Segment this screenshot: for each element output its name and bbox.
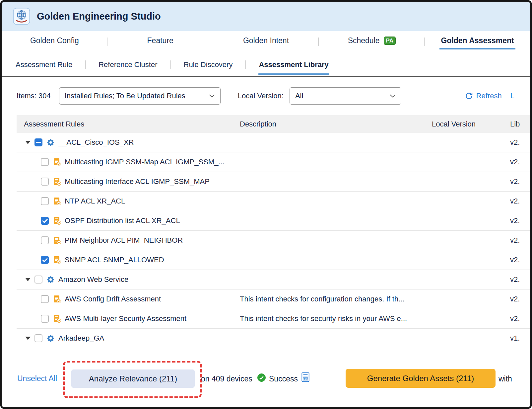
tab-label: Golden Assessment — [441, 36, 514, 45]
table-row[interactable]: __ACL_Cisco_IOS_XR v2. — [17, 133, 530, 152]
row-checkbox[interactable] — [34, 276, 42, 284]
rule-group-label: Amazon Web Service — [58, 275, 128, 284]
rule-group-label: Arkadeep_GA — [58, 334, 104, 343]
nav-divider — [245, 60, 246, 69]
clipped-link[interactable]: L — [510, 92, 514, 100]
table-row[interactable]: AWS Multi-layer Security Assessment This… — [17, 309, 530, 329]
table-row[interactable]: OSPF Distribution list ACL XR_ACL v2. — [17, 211, 530, 231]
row-checkbox[interactable] — [34, 334, 42, 342]
tab-golden-assessment[interactable]: Golden Assessment — [425, 31, 530, 53]
clipped-with-text: with — [499, 374, 512, 383]
nav-divider — [85, 60, 86, 69]
primary-nav: Golden Config Feature Golden Intent Sche… — [2, 31, 530, 53]
library-version-cell: v2. — [506, 158, 530, 166]
library-version-cell: v2. — [506, 295, 530, 303]
rules-filter-dropdown[interactable]: Installed Rules; To Be Updated Rules — [59, 87, 221, 105]
rule-document-icon — [53, 314, 61, 323]
library-version-cell: v2. — [506, 197, 530, 205]
collapse-caret-icon[interactable] — [25, 337, 31, 340]
library-version-cell: v2. — [506, 216, 530, 225]
table-row[interactable]: SNMP ACL SNMP_ALLOWED v2. — [17, 250, 530, 270]
table-row-partial[interactable] — [17, 348, 530, 353]
table-row[interactable]: Arkadeep_GA v1. — [17, 329, 530, 348]
app-header: Golden Engineering Studio — [2, 2, 530, 31]
library-version-cell: v1. — [506, 334, 530, 343]
table-row[interactable]: AWS Config Drift Assessment This intent … — [17, 289, 530, 309]
local-version-dropdown[interactable]: All — [290, 87, 401, 105]
row-checkbox[interactable] — [41, 217, 49, 225]
log-icon[interactable] — [301, 372, 310, 382]
library-version-cell: v2. — [506, 236, 530, 245]
column-header-assessment-rules: Assessment Rules — [17, 120, 235, 128]
table-row[interactable]: Amazon Web Service v2. — [17, 270, 530, 289]
row-checkbox[interactable] — [41, 236, 49, 244]
gear-icon — [46, 275, 55, 284]
rule-label: PIM Neighbor ACL PIM_NEIGHBOR — [65, 236, 183, 245]
collapse-caret-icon[interactable] — [25, 278, 31, 281]
gear-icon — [46, 334, 55, 343]
generate-golden-assets-button[interactable]: Generate Golden Assets (211) — [346, 369, 496, 388]
tab-label: Golden Config — [30, 36, 79, 45]
rule-label: AWS Multi-layer Security Assessment — [65, 314, 186, 323]
table-row[interactable]: NTP ACL XR_ACL v2. — [17, 192, 530, 211]
nav-divider — [170, 60, 171, 69]
rule-label: AWS Config Drift Assessment — [65, 295, 161, 303]
refresh-label: Refresh — [476, 92, 502, 100]
tab-schedule[interactable]: Schedule PA — [319, 31, 425, 53]
analyze-relevance-button[interactable]: Analyze Relevance (211) — [71, 369, 195, 388]
tab-label: Golden Intent — [243, 36, 289, 45]
items-count: Items: 304 — [17, 92, 51, 100]
success-check-icon — [257, 373, 266, 382]
rule-document-icon — [53, 256, 61, 264]
tab-reference-cluster[interactable]: Reference Cluster — [98, 59, 158, 70]
footer: Unselect All Analyze Relevance (211) on … — [2, 353, 530, 408]
rule-document-icon — [53, 177, 61, 186]
refresh-icon — [465, 92, 473, 100]
table-header-row: Assessment Rules Description Local Versi… — [17, 115, 530, 133]
table-row[interactable]: Multicasting Interface ACL IGMP_SSM_MAP … — [17, 172, 530, 192]
rule-group-label: __ACL_Cisco_IOS_XR — [58, 138, 134, 147]
rule-label: Multicasting IGMP SSM-Map ACL IGMP_SSM_.… — [65, 158, 225, 166]
row-checkbox[interactable] — [41, 295, 49, 303]
rule-label: SNMP ACL SNMP_ALLOWED — [65, 256, 164, 264]
rule-description: This intent checks for security risks in… — [235, 314, 428, 323]
toolbar: Items: 304 Installed Rules; To Be Update… — [2, 77, 530, 115]
library-version-cell: v2. — [506, 275, 530, 284]
table-row[interactable]: PIM Neighbor ACL PIM_NEIGHBOR v2. — [17, 231, 530, 250]
row-checkbox[interactable] — [41, 256, 49, 264]
row-checkbox[interactable] — [41, 158, 49, 166]
tab-assessment-library[interactable]: Assessment Library — [258, 59, 329, 70]
app-title: Golden Engineering Studio — [37, 11, 161, 22]
row-checkbox[interactable] — [41, 178, 49, 186]
column-header-local-version: Local Version — [428, 120, 506, 128]
row-checkbox[interactable] — [41, 197, 49, 205]
row-checkbox[interactable] — [41, 315, 49, 323]
row-checkbox[interactable] — [34, 138, 42, 146]
tab-label: Schedule — [348, 36, 380, 45]
rules-filter-value: Installed Rules; To Be Updated Rules — [65, 92, 185, 100]
tab-golden-config[interactable]: Golden Config — [2, 31, 107, 53]
secondary-nav: Assessment Rule Reference Cluster Rule D… — [2, 53, 530, 77]
tab-feature[interactable]: Feature — [107, 31, 213, 53]
table-row[interactable]: Multicasting IGMP SSM-Map ACL IGMP_SSM_.… — [17, 152, 530, 172]
local-version-label: Local Version: — [238, 92, 284, 100]
rule-description: This intent checks for configuration cha… — [235, 295, 428, 303]
column-header-description: Description — [235, 120, 428, 128]
collapse-caret-icon[interactable] — [25, 141, 31, 144]
unselect-all-link[interactable]: Unselect All — [17, 374, 57, 383]
rule-document-icon — [53, 216, 61, 225]
tab-rule-discovery[interactable]: Rule Discovery — [183, 59, 233, 70]
library-version-cell: v2. — [506, 177, 530, 186]
library-version-cell: v2. — [506, 138, 530, 147]
local-version-value: All — [295, 92, 303, 100]
tab-assessment-rule[interactable]: Assessment Rule — [15, 59, 73, 70]
rule-label: NTP ACL XR_ACL — [65, 197, 125, 205]
rule-document-icon — [53, 158, 61, 166]
rule-document-icon — [53, 295, 61, 303]
refresh-button[interactable]: Refresh — [465, 92, 502, 100]
column-header-library-version: Lib — [506, 120, 530, 128]
library-version-cell: v2. — [506, 314, 530, 323]
library-version-cell: v2. — [506, 256, 530, 264]
rule-document-icon — [53, 197, 61, 205]
tab-golden-intent[interactable]: Golden Intent — [213, 31, 319, 53]
